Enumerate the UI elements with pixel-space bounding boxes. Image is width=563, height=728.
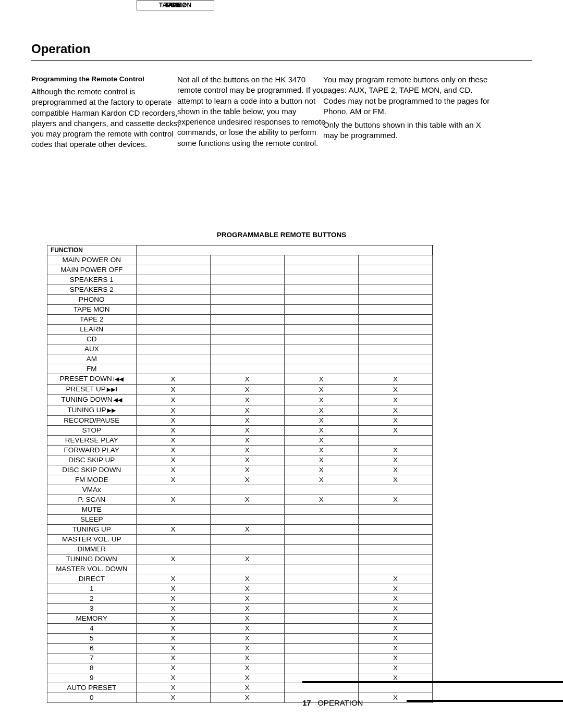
table-row: TUNING UP▶▶XXXX [47, 405, 433, 416]
mark-cell [358, 344, 432, 354]
function-cell: P. SCAN [47, 495, 137, 505]
mark-cell: X [136, 584, 210, 594]
mark-cell [358, 305, 432, 315]
mark-cell [358, 295, 432, 305]
function-cell: MASTER VOL. DOWN [47, 564, 137, 574]
mark-cell: X [210, 446, 284, 455]
mark-cell: X [284, 374, 358, 385]
mark-cell [136, 275, 210, 285]
mark-cell: X [210, 374, 284, 385]
paragraph-4: Only the buttons shown in this table wit… [323, 120, 490, 141]
function-cell: MEMORY [47, 614, 137, 624]
mark-cell: X [136, 653, 210, 663]
mark-cell: X [358, 574, 432, 584]
mark-cell [136, 364, 210, 374]
function-cell: FM [47, 364, 137, 374]
mark-cell: X [210, 683, 284, 693]
mark-cell: X [136, 395, 210, 405]
mark-cell: X [136, 385, 210, 395]
mark-cell [284, 545, 358, 554]
table-row: LEARN [47, 325, 433, 335]
mark-cell [358, 564, 432, 574]
mark-cell [358, 255, 432, 265]
table-row: PRESET UP▶▶IXXXX [47, 385, 433, 395]
mark-cell: X [136, 634, 210, 644]
mark-cell [210, 315, 284, 325]
mark-cell [284, 305, 358, 315]
mark-cell [210, 295, 284, 305]
frame-line [302, 681, 563, 683]
table-row: AUX [47, 344, 433, 354]
mark-cell: X [284, 426, 358, 436]
table-row: TAPE MON [47, 305, 433, 315]
mark-cell: X [284, 385, 358, 395]
mark-cell [136, 265, 210, 275]
mark-cell [358, 285, 432, 295]
function-cell: AUTO PRESET [47, 683, 137, 693]
table-row: 2XXX [47, 594, 433, 604]
table-row: TUNING DOWNXX [47, 554, 433, 564]
mark-cell: X [358, 465, 432, 475]
mark-cell [358, 275, 432, 285]
mark-cell: X [210, 634, 284, 644]
table-row: 1XXX [47, 584, 433, 594]
mark-cell: X [284, 395, 358, 405]
mark-cell: X [210, 405, 284, 416]
mark-cell: X [136, 455, 210, 465]
mark-cell: X [210, 673, 284, 683]
table-row: VMAx [47, 485, 433, 495]
mark-cell [210, 535, 284, 545]
mark-cell [358, 485, 432, 495]
mark-cell [210, 364, 284, 374]
mark-cell [284, 485, 358, 495]
table-row: 0XXX [47, 693, 433, 703]
mark-cell [210, 515, 284, 525]
mark-cell [358, 683, 432, 693]
mark-cell: X [284, 436, 358, 446]
mark-cell [210, 545, 284, 554]
table-row: MUTE [47, 505, 433, 515]
function-cell: FM MODE [47, 475, 137, 485]
mark-cell [358, 265, 432, 275]
table-row: DISC SKIP DOWNXXXX [47, 465, 433, 475]
function-cell: VMAx [47, 485, 137, 495]
mark-cell [136, 535, 210, 545]
function-cell: TUNING DOWN◀◀ [47, 395, 137, 405]
mark-cell: X [358, 663, 432, 673]
frame-line [407, 700, 563, 702]
table-row: 7XXX [47, 653, 433, 663]
paragraph-2: Not all of the buttons on the HK 3470 re… [177, 75, 331, 149]
table-row: RECORD/PAUSEXXXX [47, 416, 433, 426]
col-function: FUNCTION [47, 245, 137, 255]
table-row: SPEAKERS 2 [47, 285, 433, 295]
table-row: SPEAKERS 1 [47, 275, 433, 285]
transport-glyph: ▶▶ [106, 407, 116, 414]
mark-cell [284, 624, 358, 634]
mark-cell: X [358, 416, 432, 426]
mark-cell: X [136, 426, 210, 436]
table-row: AM [47, 354, 433, 364]
mark-cell: X [136, 604, 210, 614]
table-row: DISC SKIP UPXXXX [47, 455, 433, 465]
mark-cell: X [358, 614, 432, 624]
mark-cell [210, 305, 284, 315]
mark-cell [284, 325, 358, 335]
mark-cell: X [358, 594, 432, 604]
table-row: MAIN POWER ON [47, 255, 433, 265]
mark-cell [284, 683, 358, 693]
mark-cell [284, 614, 358, 624]
table-row: 4XXX [47, 624, 433, 634]
mark-cell: X [210, 554, 284, 564]
mark-cell: X [358, 385, 432, 395]
mark-cell [284, 255, 358, 265]
mark-cell [284, 644, 358, 653]
table-row: STOPXXXX [47, 426, 433, 436]
mark-cell [358, 505, 432, 515]
mark-cell: X [358, 395, 432, 405]
mark-cell [284, 663, 358, 673]
function-cell: PRESET UP▶▶I [47, 385, 137, 395]
table-row: 6XXX [47, 644, 433, 653]
mark-cell: X [284, 446, 358, 455]
mark-cell: X [210, 385, 284, 395]
mark-cell [358, 436, 432, 446]
